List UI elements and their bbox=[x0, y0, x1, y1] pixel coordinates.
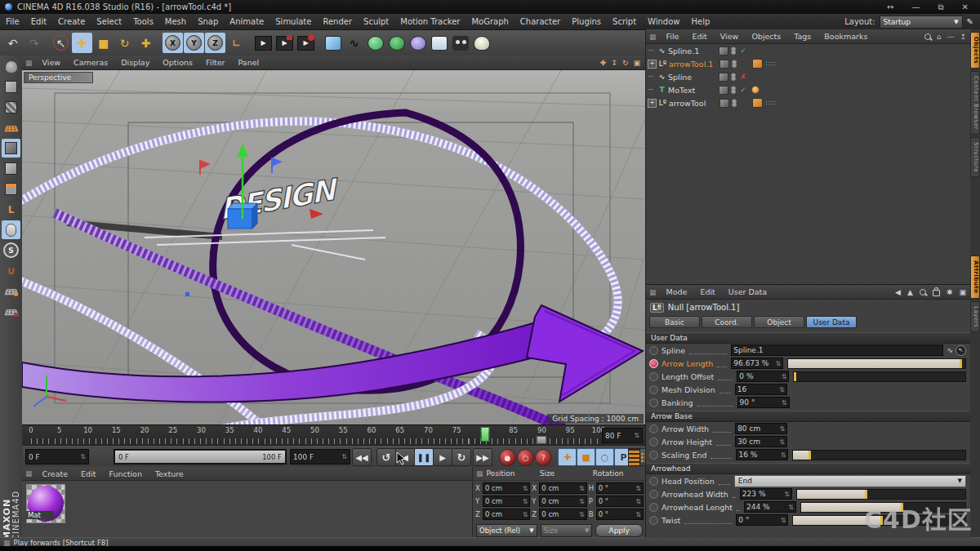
goto-start-button[interactable]: ◀◀ bbox=[352, 448, 372, 466]
xpresso-tag-icon[interactable]: ∷∷ bbox=[766, 60, 776, 68]
object-row-arrowtool[interactable]: + Lº arrowTool ●● ∷∷ bbox=[646, 96, 971, 109]
collapse-icon[interactable]: — bbox=[947, 33, 954, 41]
om-menu-tags[interactable]: Tags bbox=[787, 32, 817, 41]
tab-objects[interactable]: Objects bbox=[970, 32, 980, 69]
keyframe-dot-icon[interactable] bbox=[649, 346, 658, 355]
mesh-division-field[interactable]: 16⇅ bbox=[735, 384, 787, 395]
add-spline-button[interactable]: ∿ bbox=[344, 33, 364, 53]
timeline-window-icon[interactable] bbox=[628, 448, 640, 466]
section-arrowhead[interactable]: Arrowhead bbox=[646, 463, 971, 474]
keyframe-selection-button[interactable]: ? bbox=[535, 449, 552, 466]
vp-menu-cameras[interactable]: Cameras bbox=[67, 58, 114, 67]
points-mode-button[interactable] bbox=[2, 139, 20, 158]
tab-object[interactable]: Object bbox=[754, 316, 804, 328]
vp-menu-panel[interactable]: Panel bbox=[232, 58, 266, 67]
goto-end-button[interactable]: ▶▶ bbox=[473, 448, 492, 466]
menu-select[interactable]: Select bbox=[91, 17, 127, 26]
layer-toggle-icon[interactable] bbox=[719, 47, 728, 56]
vp-menu-options[interactable]: Options bbox=[156, 58, 199, 67]
key-rotation-button[interactable]: ○ bbox=[595, 448, 614, 466]
tab-user-data[interactable]: User Data bbox=[806, 316, 857, 328]
spline-preview-icon[interactable]: ∿ bbox=[947, 346, 953, 354]
arrow-length-slider[interactable] bbox=[787, 358, 966, 369]
lock-y-axis-button[interactable]: Y bbox=[184, 33, 204, 53]
workplane-snap-button[interactable] bbox=[2, 302, 20, 321]
render-settings-button[interactable]: ▶ bbox=[296, 33, 316, 53]
panel-grip-icon[interactable]: ▦ bbox=[22, 59, 36, 67]
layer-toggle-icon[interactable] bbox=[719, 99, 729, 108]
make-editable-button[interactable] bbox=[2, 57, 20, 76]
object-row-arrowtool1[interactable]: + Lº arrowTool.1 ●● ∷∷ bbox=[646, 57, 971, 70]
mat-menu-texture[interactable]: Texture bbox=[149, 469, 190, 478]
twist-field[interactable]: 0 °⇅ bbox=[736, 514, 788, 526]
om-menu-edit[interactable]: Edit bbox=[685, 32, 713, 41]
keyframe-dot-icon[interactable] bbox=[649, 372, 658, 381]
key-position-button[interactable]: ✚ bbox=[558, 448, 577, 466]
menu-window[interactable]: Window bbox=[642, 17, 685, 26]
display-tag-icon[interactable] bbox=[752, 98, 763, 108]
viewport-canvas[interactable]: DESIGN bbox=[22, 70, 645, 425]
last-tool-button[interactable]: ✚ bbox=[136, 33, 156, 53]
xpresso-tag-icon[interactable]: ∷∷ bbox=[766, 100, 776, 107]
viewport-dolly-icon[interactable]: ↕ bbox=[611, 59, 617, 67]
layer-toggle-icon[interactable] bbox=[719, 73, 728, 82]
workplane-mode-button[interactable] bbox=[2, 118, 20, 137]
object-row-spline[interactable]: ─ ∿ Spline ●● ✗ bbox=[646, 70, 971, 83]
redo-button[interactable]: ↷ bbox=[24, 33, 44, 53]
menu-tools[interactable]: Tools bbox=[127, 17, 159, 26]
keyframe-dot-icon[interactable] bbox=[649, 516, 658, 525]
vp-menu-view[interactable]: View bbox=[36, 58, 68, 67]
layout-dropdown[interactable]: Startup ▼ bbox=[880, 16, 963, 29]
menu-character[interactable]: Character bbox=[514, 17, 566, 26]
arrowhead-width-field[interactable]: 223 %⇅ bbox=[740, 488, 792, 500]
add-light-button[interactable] bbox=[471, 33, 492, 53]
mat-menu-edit[interactable]: Edit bbox=[74, 469, 102, 478]
coordinate-system-button[interactable]: ∟ bbox=[226, 33, 247, 53]
texture-mode-button[interactable] bbox=[2, 98, 20, 117]
viewport-solo-button[interactable] bbox=[2, 220, 20, 239]
polygons-mode-button[interactable] bbox=[2, 180, 20, 198]
viewport-pan-icon[interactable]: ✚ bbox=[600, 59, 607, 67]
panel-grip-icon[interactable]: ▦ bbox=[646, 33, 660, 41]
length-offset-field[interactable]: 0 %⇅ bbox=[737, 371, 789, 382]
add-deformer-button[interactable] bbox=[386, 33, 407, 53]
enable-snap-button[interactable]: S bbox=[2, 241, 20, 260]
section-arrow-base[interactable]: Arrow Base bbox=[646, 411, 971, 422]
menu-file[interactable]: File bbox=[0, 17, 25, 26]
length-offset-slider[interactable] bbox=[793, 371, 966, 382]
move-tool-button[interactable]: ✚ bbox=[72, 33, 92, 53]
section-user-data[interactable]: User Data bbox=[646, 332, 971, 344]
display-tag-icon[interactable] bbox=[752, 59, 763, 69]
playhead[interactable] bbox=[480, 427, 489, 442]
rotation-b-field[interactable]: 0 °⇅ bbox=[596, 509, 644, 520]
om-menu-objects[interactable]: Objects bbox=[745, 32, 787, 41]
om-menu-file[interactable]: File bbox=[660, 32, 686, 41]
scaling-end-field[interactable]: 16 %⇅ bbox=[736, 449, 788, 460]
panel-grip-icon[interactable]: ▦ bbox=[473, 469, 487, 478]
mat-menu-function[interactable]: Function bbox=[103, 469, 149, 478]
object-picker-icon[interactable]: ↖ bbox=[956, 345, 966, 356]
keyframe-dot-icon[interactable] bbox=[649, 451, 658, 460]
mograph-tag-icon[interactable] bbox=[751, 86, 760, 94]
timeline-ruler[interactable]: 0510152025303540455055606570758085909510… bbox=[22, 424, 645, 446]
close-button[interactable]: ✕ bbox=[962, 2, 969, 12]
visibility-dots-icon[interactable]: ●● bbox=[731, 73, 736, 80]
keyframe-dot-icon[interactable] bbox=[649, 385, 658, 394]
new-window-icon[interactable]: ▣ bbox=[959, 288, 966, 296]
pause-button[interactable]: ❚❚ bbox=[414, 448, 434, 466]
arrowhead-length-field[interactable]: 244 %⇅ bbox=[744, 501, 796, 513]
am-menu-mode[interactable]: Mode bbox=[660, 287, 694, 296]
render-to-picture-viewer-button[interactable]: ▶ bbox=[274, 33, 295, 53]
menu-mesh[interactable]: Mesh bbox=[159, 17, 192, 26]
path-icon[interactable]: ⌂ bbox=[937, 33, 942, 41]
size-x-field[interactable]: 0 cm⇅ bbox=[539, 482, 586, 494]
spinner-icon[interactable]: ⇅ bbox=[80, 453, 86, 460]
size-y-field[interactable]: 0 cm⇅ bbox=[539, 495, 586, 507]
undo-button[interactable]: ↶ bbox=[2, 33, 23, 53]
menu-motion-tracker[interactable]: Motion Tracker bbox=[394, 17, 466, 26]
arrow-width-field[interactable]: 80 cm⇅ bbox=[735, 423, 787, 434]
menu-plugins[interactable]: Plugins bbox=[566, 17, 607, 26]
magnet-snap-button[interactable]: ∪ bbox=[2, 261, 20, 280]
menu-edit[interactable]: Edit bbox=[25, 17, 52, 26]
menu-mograph[interactable]: MoGraph bbox=[466, 17, 514, 26]
